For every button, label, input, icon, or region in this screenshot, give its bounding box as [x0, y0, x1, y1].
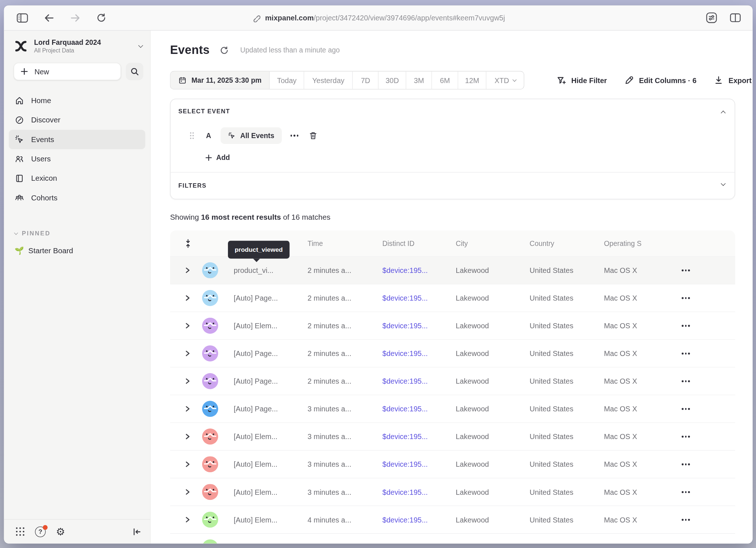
- event-name[interactable]: [Auto] Page...: [234, 294, 278, 302]
- table-row[interactable]: [170, 534, 735, 544]
- apps-grid-icon[interactable]: [16, 527, 25, 536]
- row-actions-button[interactable]: [682, 463, 690, 465]
- sidebar-toggle-icon[interactable]: [16, 13, 28, 23]
- preset-6m[interactable]: 6M: [432, 71, 458, 89]
- row-expand-chevron-icon[interactable]: [185, 350, 190, 357]
- date-picker-button[interactable]: Mar 11, 2025 3:30 pm: [170, 71, 270, 89]
- event-name[interactable]: [Auto] Elem...: [234, 516, 277, 524]
- row-expand-chevron-icon[interactable]: [185, 489, 190, 496]
- distinct-id-link[interactable]: $device:195...: [382, 322, 428, 330]
- distinct-id-link[interactable]: $device:195...: [382, 349, 428, 358]
- distinct-id-link[interactable]: $device:195...: [382, 405, 428, 413]
- collapse-all-icon[interactable]: [185, 239, 192, 248]
- hide-filter-button[interactable]: Hide Filter: [556, 75, 607, 85]
- sidebar-item-discover[interactable]: Discover: [9, 110, 145, 130]
- table-row[interactable]: [Auto] Page... 2 minutes a... $device:19…: [170, 340, 735, 368]
- event-name[interactable]: [Auto] Elem...: [234, 460, 277, 469]
- column-header-distinct-id[interactable]: Distinct ID: [382, 239, 414, 247]
- event-name[interactable]: [Auto] Page...: [234, 405, 278, 413]
- sidebar-item-users[interactable]: Users: [9, 149, 145, 169]
- sidebar-item-home[interactable]: Home: [9, 91, 145, 110]
- row-actions-button[interactable]: [682, 436, 690, 438]
- table-row[interactable]: [Auto] Elem... 2 minutes a... $device:19…: [170, 312, 735, 340]
- event-selector-pill[interactable]: All Events: [221, 128, 281, 144]
- event-more-button[interactable]: [290, 135, 298, 137]
- row-expand-chevron-icon[interactable]: [185, 267, 190, 274]
- distinct-id-link[interactable]: $device:195...: [382, 488, 428, 496]
- chevron-up-icon[interactable]: [721, 111, 725, 116]
- column-header-country[interactable]: Country: [529, 239, 554, 247]
- sidebar-item-starter-board[interactable]: 🌱 Starter Board: [4, 246, 150, 255]
- row-actions-button[interactable]: [682, 353, 690, 355]
- table-row[interactable]: [Auto] Elem... 3 minutes a... $device:19…: [170, 451, 735, 478]
- distinct-id-link[interactable]: $device:195...: [382, 460, 428, 469]
- back-button-icon[interactable]: [44, 13, 54, 22]
- table-row[interactable]: [Auto] Elem... 3 minutes a... $device:19…: [170, 423, 735, 451]
- refresh-icon[interactable]: [219, 46, 228, 55]
- preset-today[interactable]: Today: [270, 71, 304, 89]
- distinct-id-link[interactable]: $device:195...: [382, 294, 428, 302]
- row-actions-button[interactable]: [682, 380, 690, 382]
- row-actions-button[interactable]: [682, 491, 690, 493]
- export-button[interactable]: Export: [714, 75, 752, 85]
- split-view-icon[interactable]: [730, 13, 741, 22]
- sidebar-item-cohorts[interactable]: Cohorts: [9, 188, 145, 207]
- distinct-id-link[interactable]: $device:195...: [382, 377, 428, 385]
- distinct-id-link[interactable]: $device:195...: [382, 516, 428, 524]
- row-expand-chevron-icon[interactable]: [185, 406, 190, 412]
- preset-yesterday[interactable]: Yesterday: [304, 71, 353, 89]
- new-button[interactable]: New: [13, 63, 121, 80]
- row-actions-button[interactable]: [682, 297, 690, 299]
- sidebar-item-lexicon[interactable]: Lexicon: [9, 169, 145, 188]
- chevron-down-icon[interactable]: [721, 181, 725, 186]
- os-value: Mac OS X: [604, 488, 637, 496]
- table-row[interactable]: [Auto] Elem... 3 minutes a... $device:19…: [170, 478, 735, 506]
- help-button[interactable]: ?: [35, 526, 46, 537]
- search-button[interactable]: [126, 63, 143, 80]
- page-settings-icon[interactable]: [706, 12, 717, 23]
- preset-12m[interactable]: 12M: [458, 71, 487, 89]
- event-name[interactable]: [Auto] Page...: [234, 377, 278, 385]
- forward-button-icon[interactable]: [70, 13, 80, 22]
- column-header-city[interactable]: City: [456, 239, 468, 247]
- row-actions-button[interactable]: [682, 519, 690, 521]
- column-header-operating-system[interactable]: Operating S: [604, 239, 641, 247]
- reload-button-icon[interactable]: [96, 13, 106, 23]
- trash-icon[interactable]: [309, 131, 318, 140]
- drag-handle-icon[interactable]: [189, 132, 194, 140]
- event-name[interactable]: product_vi...: [234, 266, 273, 274]
- preset-3m[interactable]: 3M: [406, 71, 432, 89]
- settings-gear-icon[interactable]: ⚙: [56, 527, 65, 537]
- row-expand-chevron-icon[interactable]: [185, 516, 190, 523]
- table-row[interactable]: [Auto] Page... 2 minutes a... $device:19…: [170, 368, 735, 395]
- row-expand-chevron-icon[interactable]: [185, 295, 190, 302]
- column-header-time[interactable]: Time: [308, 239, 323, 247]
- address-bar[interactable]: mixpanel.com/project/3472420/view/397469…: [150, 13, 607, 22]
- pencil-icon: [625, 75, 634, 85]
- pinned-section-header[interactable]: PINNED: [4, 230, 150, 237]
- row-expand-chevron-icon[interactable]: [185, 378, 190, 385]
- edit-columns-button[interactable]: Edit Columns · 6: [625, 75, 697, 85]
- row-actions-button[interactable]: [682, 325, 690, 327]
- row-expand-chevron-icon[interactable]: [185, 433, 190, 440]
- row-actions-button[interactable]: [682, 269, 690, 271]
- add-event-button[interactable]: Add: [205, 154, 230, 161]
- preset-xtd[interactable]: XTD: [487, 71, 524, 89]
- event-name[interactable]: [Auto] Elem...: [234, 432, 277, 441]
- row-expand-chevron-icon[interactable]: [185, 322, 190, 329]
- event-name[interactable]: [Auto] Page...: [234, 349, 278, 358]
- table-row[interactable]: [Auto] Elem... 4 minutes a... $device:19…: [170, 506, 735, 534]
- event-name[interactable]: [Auto] Elem...: [234, 488, 277, 496]
- table-row[interactable]: [Auto] Page... 2 minutes a... $device:19…: [170, 285, 735, 312]
- event-name[interactable]: [Auto] Elem...: [234, 322, 277, 330]
- collapse-sidebar-icon[interactable]: [132, 527, 142, 537]
- row-expand-chevron-icon[interactable]: [185, 461, 190, 468]
- sidebar-item-events[interactable]: Events: [9, 130, 145, 149]
- preset-30d[interactable]: 30D: [379, 71, 406, 89]
- distinct-id-link[interactable]: $device:195...: [382, 266, 428, 274]
- project-switcher[interactable]: Lord Farquaad 2024 All Project Data: [4, 31, 150, 54]
- table-row[interactable]: [Auto] Page... 3 minutes a... $device:19…: [170, 395, 735, 423]
- preset-7d[interactable]: 7D: [353, 71, 379, 89]
- distinct-id-link[interactable]: $device:195...: [382, 432, 428, 441]
- row-actions-button[interactable]: [682, 408, 690, 410]
